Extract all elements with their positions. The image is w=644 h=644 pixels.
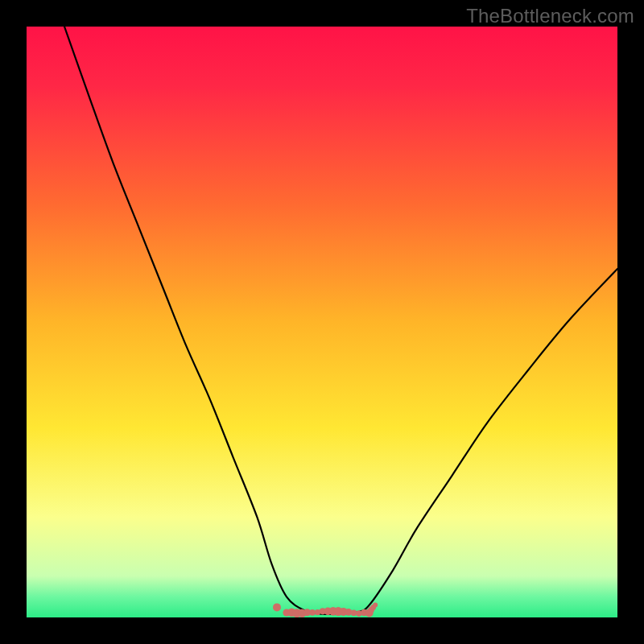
svg-point-14 xyxy=(351,610,357,617)
svg-point-21 xyxy=(373,602,378,607)
gradient-background xyxy=(27,27,617,617)
bottleneck-chart xyxy=(27,27,617,617)
watermark-text: TheBottleneck.com xyxy=(466,5,634,27)
svg-point-0 xyxy=(273,603,281,611)
chart-svg xyxy=(27,27,617,617)
chart-frame: TheBottleneck.com xyxy=(0,0,644,644)
